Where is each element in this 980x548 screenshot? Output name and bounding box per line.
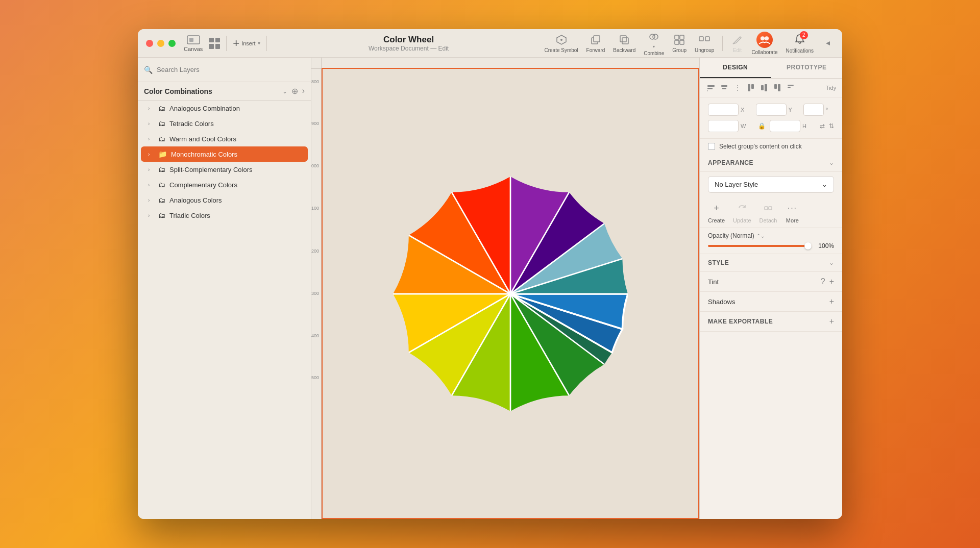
align-top-icon[interactable]	[746, 83, 756, 93]
minimize-button[interactable]	[157, 40, 164, 47]
detach-icon	[761, 201, 775, 215]
grid-cell	[209, 38, 214, 43]
insert-button[interactable]: + Insert ▾	[233, 37, 260, 50]
canvas-label: Canvas	[184, 46, 203, 52]
tint-actions: ? +	[821, 277, 834, 286]
notifications-label: Notifications	[786, 48, 814, 54]
select-content-label: Select group's content on click	[719, 143, 802, 150]
align-left-icon[interactable]	[706, 83, 716, 93]
lock-icon[interactable]: 🔒	[758, 122, 766, 130]
backward-label: Backward	[613, 47, 635, 53]
layer-item-analogous-combination[interactable]: › 🗂 Analogous Combination	[138, 101, 311, 116]
edit-label: Edit	[733, 47, 742, 53]
align-bottom-icon[interactable]	[786, 83, 796, 93]
align-center-icon[interactable]	[719, 83, 729, 93]
shadows-add-icon[interactable]: +	[829, 297, 834, 306]
svg-rect-1	[189, 38, 193, 42]
divider	[722, 36, 723, 51]
search-icon: 🔍	[144, 66, 153, 74]
svg-rect-35	[707, 90, 708, 91]
h-input[interactable]: 1298,9	[770, 120, 800, 132]
select-content-checkbox[interactable]	[708, 143, 715, 150]
svg-point-9	[653, 34, 658, 39]
ruler-mark: 4.500	[311, 375, 319, 380]
opacity-value: 100%	[816, 242, 834, 250]
x-input[interactable]: 4279	[708, 104, 739, 116]
create-style-button[interactable]: + Create	[708, 201, 725, 223]
edit-button[interactable]: Edit	[731, 34, 743, 53]
y-input[interactable]: 3434	[756, 104, 787, 116]
layer-label: Warm and Cool Colors	[169, 135, 236, 143]
more-button[interactable]	[822, 37, 834, 49]
create-symbol-button[interactable]: Create Symbol	[544, 34, 578, 53]
expand-layer-button[interactable]: ›	[302, 86, 305, 96]
deg-input[interactable]: 0	[803, 104, 824, 116]
layer-item-monochromatic-colors[interactable]: › 📁 Monochromatic Colors	[141, 146, 308, 162]
tint-question-icon[interactable]: ?	[821, 277, 825, 286]
layer-item-complementary-colors[interactable]: › 🗂 Complementary Colors	[138, 177, 311, 192]
exportable-section-header[interactable]: MAKE EXPORTABLE +	[700, 312, 842, 332]
add-layer-button[interactable]: ⊕	[291, 86, 298, 96]
ruler-corner	[311, 58, 322, 69]
combine-button[interactable]: ▾ Combine	[644, 31, 664, 56]
chevron-right-icon: ›	[148, 121, 154, 127]
collaborate-button[interactable]: Collaborate	[751, 32, 777, 55]
layer-item-warm-cool-colors[interactable]: › 🗂 Warm and Cool Colors	[138, 131, 311, 146]
tint-add-icon[interactable]: +	[829, 277, 834, 286]
layer-style-dropdown[interactable]: No Layer Style ⌄	[708, 176, 834, 193]
layer-item-triadic-colors[interactable]: › 🗂 Triadic Colors	[138, 208, 311, 223]
notification-badge: 2	[800, 31, 808, 39]
chevron-right-icon: ›	[148, 152, 154, 157]
align-right-icon[interactable]	[772, 83, 782, 93]
group-button[interactable]: Group	[672, 34, 687, 53]
flip-h-icon[interactable]: ⇄	[820, 122, 825, 130]
opacity-slider[interactable]	[708, 245, 812, 247]
folder-icon: 🗂	[158, 211, 165, 219]
svg-rect-12	[675, 40, 679, 44]
traffic-lights	[146, 40, 176, 47]
tidy-button[interactable]: Tidy	[826, 83, 836, 93]
layer-style-value: No Layer Style	[715, 181, 758, 188]
forward-button[interactable]: Forward	[586, 34, 605, 53]
maximize-button[interactable]	[168, 40, 176, 47]
distribute-icon[interactable]: ⋮	[732, 83, 743, 93]
ungroup-button[interactable]: Ungroup	[695, 34, 714, 53]
align-h-icon[interactable]	[759, 83, 769, 93]
tab-prototype[interactable]: PROTOTYPE	[771, 58, 843, 78]
main-content: 🔍 Color Combinations ⌄ ⊕ › › 🗂 Analogous…	[138, 58, 842, 519]
style-chevron-icon: ⌄	[829, 259, 834, 266]
svg-rect-46	[765, 207, 768, 210]
folder-icon: 🗂	[158, 165, 165, 173]
update-style-button[interactable]: Update	[733, 201, 751, 223]
close-button[interactable]	[146, 40, 153, 47]
titlebar: Canvas + Insert ▾ Color Wheel Workspace …	[138, 29, 842, 58]
chevron-right-icon: ›	[148, 213, 154, 218]
detach-label: Detach	[760, 217, 777, 223]
more-icon: ···	[785, 201, 799, 215]
exportable-add-icon[interactable]: +	[829, 317, 834, 326]
grid-view-button[interactable]	[209, 38, 220, 49]
grid-cell	[215, 44, 220, 49]
app-window: Canvas + Insert ▾ Color Wheel Workspace …	[138, 29, 842, 519]
tab-design[interactable]: DESIGN	[700, 58, 771, 78]
layer-item-tetradic-colors[interactable]: › 🗂 Tetradic Colors	[138, 116, 311, 131]
style-title: STYLE	[708, 259, 729, 266]
detach-style-button[interactable]: Detach	[760, 201, 777, 223]
layers-chevron-icon[interactable]: ⌄	[282, 88, 287, 95]
w-input[interactable]: 1291,63	[708, 120, 739, 132]
more-style-button[interactable]: ··· More	[785, 201, 799, 223]
style-section-header[interactable]: STYLE ⌄	[700, 254, 842, 272]
notifications-button[interactable]: 2 Notifications	[786, 33, 814, 54]
h-label: H	[802, 123, 806, 129]
layer-item-split-complementary[interactable]: › 🗂 Split-Complementary Colors	[138, 162, 311, 177]
opacity-chevron-icon[interactable]: ⌃⌄	[756, 233, 765, 239]
search-input[interactable]	[157, 66, 305, 73]
opacity-thumb[interactable]	[804, 242, 812, 250]
layer-item-analogous-colors[interactable]: › 🗂 Analogous Colors	[138, 192, 311, 208]
appearance-section-header[interactable]: APPEARANCE ⌄	[700, 154, 842, 172]
backward-button[interactable]: Backward	[613, 34, 635, 53]
canvas-button[interactable]: Canvas	[184, 35, 203, 52]
flip-v-icon[interactable]: ⇅	[829, 122, 834, 130]
svg-rect-41	[765, 84, 767, 91]
svg-rect-6	[622, 38, 628, 44]
